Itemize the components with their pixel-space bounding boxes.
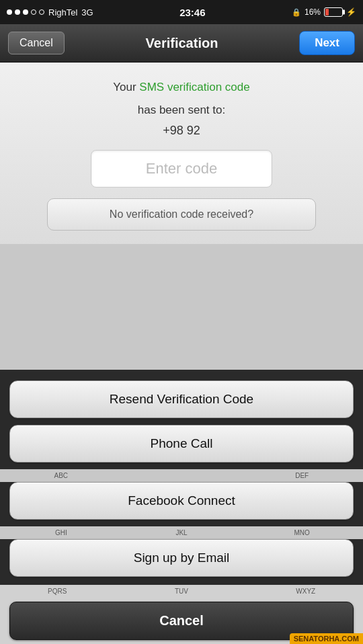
- dot5: [39, 9, 44, 15]
- time-label: 23:46: [179, 7, 205, 18]
- battery-fill: [325, 9, 329, 15]
- next-button[interactable]: Next: [299, 31, 355, 55]
- nav-bar: Cancel Verification Next: [0, 24, 363, 63]
- dot3: [23, 9, 28, 15]
- network-label: 3G: [81, 7, 93, 17]
- dot4: [31, 9, 36, 15]
- signal-dots: [7, 9, 44, 15]
- resend-button[interactable]: Resend Verification Code: [9, 380, 354, 418]
- battery-body: [324, 7, 343, 17]
- phone-number: +98 92: [13, 124, 350, 138]
- dot2: [15, 9, 20, 15]
- keyboard-strip-abc: ABC DEF: [0, 469, 363, 482]
- key-def: DEF: [250, 472, 354, 479]
- status-right: 🔒 16% ⚡: [292, 7, 356, 17]
- no-code-button[interactable]: No verification code received?: [47, 198, 316, 231]
- dot1: [7, 9, 12, 15]
- code-input[interactable]: [91, 150, 272, 188]
- keyboard-strip-pqrs: PQRS TUV WXYZ: [0, 585, 363, 596]
- watermark: SENATORHA.COM: [290, 633, 363, 644]
- keyboard-area: Resend Verification Code Phone Call ABC …: [0, 370, 363, 644]
- action-buttons-section: Resend Verification Code Phone Call ABC …: [0, 370, 363, 585]
- signup-email-button[interactable]: Sign up by Email: [9, 539, 354, 577]
- phone-call-button[interactable]: Phone Call: [9, 425, 354, 462]
- key-abc: ABC: [9, 472, 113, 479]
- sms-line2: has been sent to:: [13, 102, 350, 119]
- key-mno: MNO: [250, 529, 354, 536]
- key-wxyz: WXYZ: [253, 588, 359, 595]
- key-tuv: TUV: [128, 588, 235, 595]
- status-left: RighTel 3G: [7, 7, 93, 17]
- sms-description: Your SMS verification code: [13, 79, 350, 96]
- sms-prefix: Your: [113, 81, 139, 93]
- battery-icon: [324, 7, 343, 17]
- code-input-wrapper: [13, 150, 350, 188]
- carrier-label: RighTel: [48, 7, 77, 17]
- charging-icon: ⚡: [346, 7, 356, 17]
- keyboard-strip-ghi: GHI JKL MNO: [0, 526, 363, 539]
- status-bar: RighTel 3G 23:46 🔒 16% ⚡: [0, 0, 363, 24]
- page-title: Verification: [146, 36, 218, 51]
- lock-icon: 🔒: [292, 8, 301, 17]
- key-ghi: GHI: [9, 529, 113, 536]
- sms-green-text: SMS verification code: [139, 81, 249, 93]
- key-jkl: JKL: [130, 529, 233, 536]
- key-pqrs: PQRS: [4, 588, 110, 595]
- facebook-connect-button[interactable]: Facebook Connect: [9, 482, 354, 520]
- battery-percent: 16%: [305, 7, 321, 17]
- main-content: Your SMS verification code has been sent…: [0, 63, 363, 244]
- cancel-button[interactable]: Cancel: [8, 32, 65, 54]
